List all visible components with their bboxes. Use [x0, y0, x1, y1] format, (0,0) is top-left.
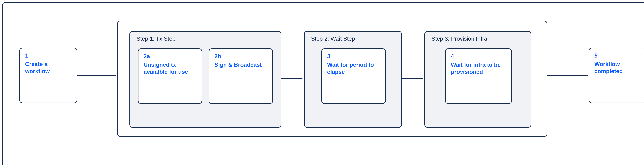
step1-title: Step 1: Tx Step: [136, 36, 176, 42]
node-workflow-completed: 5 Workflow completed: [588, 48, 644, 103]
node-text: Sign & Broadcast: [214, 61, 267, 68]
node-text: Wait for infra to be provisioned: [451, 61, 506, 75]
step2-node-3: 3 Wait for period to elapse: [321, 48, 386, 104]
step3-frame: Step 3: Provision Infra 4 Wait for infra…: [424, 31, 531, 128]
workflow-diagram: 1 Create a workflow Step 1: Tx Step 2a U…: [0, 0, 644, 165]
step2-title: Step 2: Wait Step: [311, 36, 355, 42]
node-number: 2b: [214, 53, 267, 59]
node-text: Wait for period to elapse: [327, 61, 380, 75]
node-number: 4: [451, 53, 506, 59]
node-text: Unsigned tx avaialble for use: [144, 61, 196, 75]
steps-group: Step 1: Tx Step 2a Unsigned tx avaialble…: [117, 21, 548, 137]
step1-node-2b: 2b Sign & Broadcast: [209, 48, 273, 104]
node-number: 3: [327, 53, 380, 59]
node-text: Create a workflow: [25, 61, 72, 75]
node-number: 5: [594, 53, 641, 59]
step1-frame: Step 1: Tx Step 2a Unsigned tx avaialble…: [130, 31, 282, 128]
node-number: 1: [25, 53, 72, 59]
step3-node-4: 4 Wait for infra to be provisioned: [445, 48, 512, 104]
node-create-workflow: 1 Create a workflow: [19, 48, 77, 103]
step1-node-2a: 2a Unsigned tx avaialble for use: [138, 48, 202, 104]
step3-title: Step 3: Provision Infra: [432, 36, 487, 42]
node-number: 2a: [144, 53, 196, 59]
node-text: Workflow completed: [594, 61, 641, 75]
step2-frame: Step 2: Wait Step 3 Wait for period to e…: [304, 31, 402, 128]
